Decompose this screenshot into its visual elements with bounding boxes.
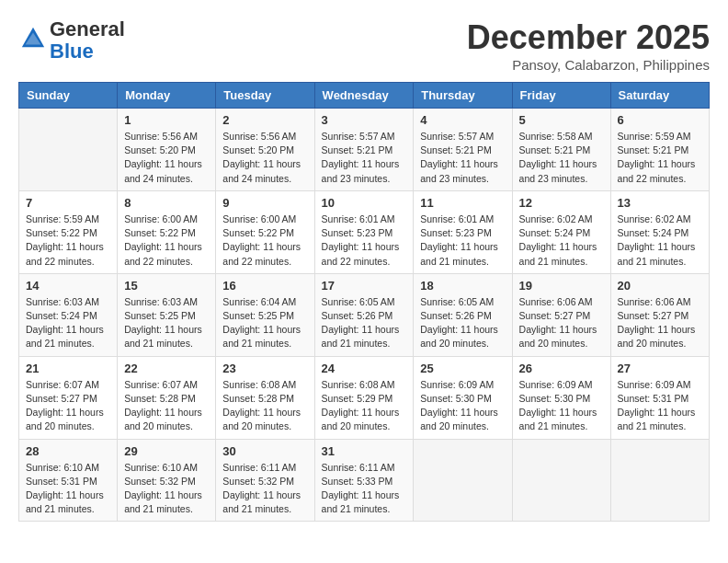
day-info: Sunrise: 6:09 AMSunset: 5:30 PMDaylight:… — [420, 378, 505, 434]
day-info: Sunrise: 6:11 AMSunset: 5:32 PMDaylight:… — [222, 461, 307, 517]
calendar-cell: 26Sunrise: 6:09 AMSunset: 5:30 PMDayligh… — [512, 356, 610, 439]
day-number: 6 — [618, 113, 702, 127]
calendar-week-row: 7Sunrise: 5:59 AMSunset: 5:22 PMDaylight… — [19, 190, 710, 273]
logo-icon — [20, 26, 46, 52]
day-number: 19 — [519, 279, 604, 293]
calendar-cell: 25Sunrise: 6:09 AMSunset: 5:30 PMDayligh… — [414, 356, 512, 439]
calendar-week-row: 28Sunrise: 6:10 AMSunset: 5:31 PMDayligh… — [19, 439, 710, 522]
day-number: 30 — [222, 444, 307, 458]
day-of-week-header: Saturday — [610, 83, 709, 109]
calendar-cell: 28Sunrise: 6:10 AMSunset: 5:31 PMDayligh… — [19, 439, 118, 522]
day-number: 8 — [124, 196, 209, 210]
day-info: Sunrise: 6:09 AMSunset: 5:30 PMDaylight:… — [519, 378, 604, 434]
day-number: 31 — [322, 444, 407, 458]
day-info: Sunrise: 6:11 AMSunset: 5:33 PMDaylight:… — [322, 461, 407, 517]
day-number: 24 — [322, 362, 407, 375]
calendar-week-row: 1Sunrise: 5:56 AMSunset: 5:20 PMDaylight… — [19, 109, 710, 191]
day-info: Sunrise: 5:56 AMSunset: 5:20 PMDaylight:… — [124, 130, 209, 186]
calendar-table: SundayMondayTuesdayWednesdayThursdayFrid… — [18, 82, 710, 522]
day-info: Sunrise: 5:59 AMSunset: 5:21 PMDaylight:… — [618, 130, 702, 186]
day-number: 18 — [420, 279, 505, 293]
day-info: Sunrise: 6:08 AMSunset: 5:29 PMDaylight:… — [322, 378, 407, 434]
day-of-week-header: Thursday — [414, 83, 512, 109]
calendar-cell — [414, 439, 512, 522]
day-info: Sunrise: 6:05 AMSunset: 5:26 PMDaylight:… — [322, 295, 407, 351]
day-number: 25 — [420, 362, 505, 375]
day-info: Sunrise: 6:09 AMSunset: 5:31 PMDaylight:… — [618, 378, 702, 434]
day-number: 17 — [322, 279, 407, 293]
day-number: 29 — [124, 444, 209, 458]
day-number: 28 — [26, 444, 110, 458]
calendar-cell: 14Sunrise: 6:03 AMSunset: 5:24 PMDayligh… — [19, 273, 118, 356]
day-info: Sunrise: 5:57 AMSunset: 5:21 PMDaylight:… — [322, 130, 407, 186]
day-info: Sunrise: 6:00 AMSunset: 5:22 PMDaylight:… — [222, 213, 307, 269]
day-number: 12 — [519, 196, 604, 210]
calendar-cell: 16Sunrise: 6:04 AMSunset: 5:25 PMDayligh… — [216, 273, 314, 356]
title-block: December 2025 Pansoy, Calabarzon, Philip… — [467, 18, 710, 73]
day-number: 15 — [124, 279, 209, 293]
day-info: Sunrise: 5:57 AMSunset: 5:21 PMDaylight:… — [420, 130, 505, 186]
day-info: Sunrise: 6:00 AMSunset: 5:22 PMDaylight:… — [124, 213, 209, 269]
day-number: 1 — [124, 113, 209, 127]
day-number: 4 — [420, 113, 505, 127]
day-info: Sunrise: 6:05 AMSunset: 5:26 PMDaylight:… — [420, 295, 505, 351]
day-info: Sunrise: 6:08 AMSunset: 5:28 PMDaylight:… — [222, 378, 307, 434]
day-of-week-header: Sunday — [19, 83, 118, 109]
day-info: Sunrise: 6:10 AMSunset: 5:32 PMDaylight:… — [124, 461, 209, 517]
day-of-week-header: Monday — [118, 83, 216, 109]
day-number: 10 — [322, 196, 407, 210]
calendar-cell: 19Sunrise: 6:06 AMSunset: 5:27 PMDayligh… — [512, 273, 610, 356]
day-number: 9 — [222, 196, 307, 210]
calendar-cell: 2Sunrise: 5:56 AMSunset: 5:20 PMDaylight… — [216, 109, 314, 191]
calendar-cell: 31Sunrise: 6:11 AMSunset: 5:33 PMDayligh… — [314, 439, 414, 522]
day-number: 11 — [420, 196, 505, 210]
day-number: 7 — [26, 196, 110, 210]
calendar-cell: 22Sunrise: 6:07 AMSunset: 5:28 PMDayligh… — [118, 356, 216, 439]
calendar-cell: 11Sunrise: 6:01 AMSunset: 5:23 PMDayligh… — [414, 190, 512, 273]
day-info: Sunrise: 6:07 AMSunset: 5:28 PMDaylight:… — [124, 378, 209, 434]
location-subtitle: Pansoy, Calabarzon, Philippines — [467, 57, 710, 73]
day-number: 23 — [222, 362, 307, 375]
day-number: 26 — [519, 362, 604, 375]
calendar-cell: 1Sunrise: 5:56 AMSunset: 5:20 PMDaylight… — [118, 109, 216, 191]
calendar-cell: 6Sunrise: 5:59 AMSunset: 5:21 PMDaylight… — [610, 109, 709, 191]
calendar-cell: 27Sunrise: 6:09 AMSunset: 5:31 PMDayligh… — [610, 356, 709, 439]
day-info: Sunrise: 5:56 AMSunset: 5:20 PMDaylight:… — [222, 130, 307, 186]
day-info: Sunrise: 6:10 AMSunset: 5:31 PMDaylight:… — [26, 461, 110, 517]
day-info: Sunrise: 6:06 AMSunset: 5:27 PMDaylight:… — [618, 295, 702, 351]
day-info: Sunrise: 5:58 AMSunset: 5:21 PMDaylight:… — [519, 130, 604, 186]
day-info: Sunrise: 6:01 AMSunset: 5:23 PMDaylight:… — [420, 213, 505, 269]
calendar-week-row: 21Sunrise: 6:07 AMSunset: 5:27 PMDayligh… — [19, 356, 710, 439]
day-number: 3 — [322, 113, 407, 127]
day-number: 2 — [222, 113, 307, 127]
calendar-cell — [610, 439, 709, 522]
calendar-cell: 10Sunrise: 6:01 AMSunset: 5:23 PMDayligh… — [314, 190, 414, 273]
calendar-cell: 15Sunrise: 6:03 AMSunset: 5:25 PMDayligh… — [118, 273, 216, 356]
day-of-week-header: Wednesday — [314, 83, 414, 109]
calendar-cell: 4Sunrise: 5:57 AMSunset: 5:21 PMDaylight… — [414, 109, 512, 191]
logo-general-text: General — [50, 17, 125, 40]
calendar-week-row: 14Sunrise: 6:03 AMSunset: 5:24 PMDayligh… — [19, 273, 710, 356]
day-info: Sunrise: 6:03 AMSunset: 5:25 PMDaylight:… — [124, 295, 209, 351]
calendar-cell: 24Sunrise: 6:08 AMSunset: 5:29 PMDayligh… — [314, 356, 414, 439]
calendar-cell: 5Sunrise: 5:58 AMSunset: 5:21 PMDaylight… — [512, 109, 610, 191]
calendar-cell: 7Sunrise: 5:59 AMSunset: 5:22 PMDaylight… — [19, 190, 118, 273]
calendar-cell: 29Sunrise: 6:10 AMSunset: 5:32 PMDayligh… — [118, 439, 216, 522]
day-of-week-header: Friday — [512, 83, 610, 109]
calendar-cell: 9Sunrise: 6:00 AMSunset: 5:22 PMDaylight… — [216, 190, 314, 273]
calendar-cell: 8Sunrise: 6:00 AMSunset: 5:22 PMDaylight… — [118, 190, 216, 273]
logo: General Blue — [18, 18, 125, 63]
page-header: General Blue December 2025 Pansoy, Calab… — [18, 18, 710, 73]
day-number: 16 — [222, 279, 307, 293]
month-title: December 2025 — [467, 18, 710, 57]
logo-blue-text: Blue — [50, 40, 94, 63]
day-number: 22 — [124, 362, 209, 375]
day-info: Sunrise: 6:02 AMSunset: 5:24 PMDaylight:… — [519, 213, 604, 269]
day-number: 27 — [618, 362, 702, 375]
calendar-cell: 21Sunrise: 6:07 AMSunset: 5:27 PMDayligh… — [19, 356, 118, 439]
day-info: Sunrise: 6:02 AMSunset: 5:24 PMDaylight:… — [618, 213, 702, 269]
day-number: 5 — [519, 113, 604, 127]
day-info: Sunrise: 6:01 AMSunset: 5:23 PMDaylight:… — [322, 213, 407, 269]
day-number: 21 — [26, 362, 110, 375]
day-info: Sunrise: 6:03 AMSunset: 5:24 PMDaylight:… — [26, 295, 110, 351]
